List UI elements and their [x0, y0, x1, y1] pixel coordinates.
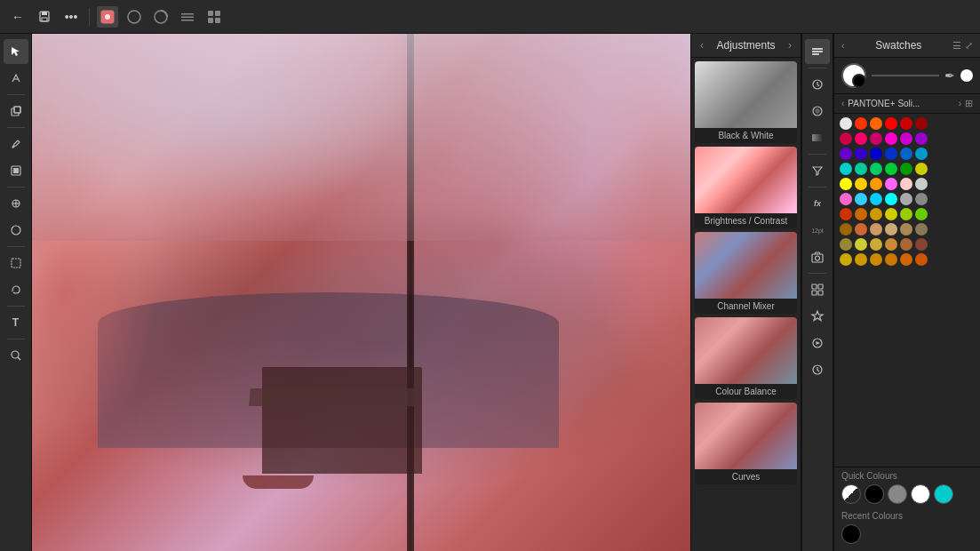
color-swatch[interactable] — [870, 178, 882, 190]
color-swatch[interactable] — [885, 163, 897, 175]
color-swatch[interactable] — [900, 238, 912, 251]
star-tool[interactable] — [805, 304, 830, 329]
dodge-burn-tool[interactable] — [4, 218, 28, 243]
color-swatch[interactable] — [855, 163, 867, 175]
more-button[interactable]: ••• — [60, 6, 82, 28]
recent-colour-swatch[interactable] — [841, 524, 861, 544]
color-swatch[interactable] — [915, 223, 928, 236]
color-swatch[interactable] — [900, 253, 912, 266]
color-swatch[interactable] — [885, 253, 897, 266]
color-swatch[interactable] — [915, 253, 928, 266]
color-swatch[interactable] — [900, 148, 912, 160]
color-swatch[interactable] — [870, 148, 882, 160]
color-swatch[interactable] — [840, 117, 852, 130]
color-swatch[interactable] — [870, 193, 882, 205]
back-button[interactable]: ← — [7, 6, 28, 28]
color-swatch[interactable] — [915, 117, 928, 130]
color-swatch[interactable] — [855, 117, 867, 130]
color-swatch[interactable] — [915, 208, 928, 220]
selection-tool[interactable] — [4, 251, 28, 276]
swatches-expand-icon[interactable]: ⤢ — [965, 40, 973, 52]
canvas-area[interactable] — [32, 34, 690, 551]
color-swatch[interactable] — [840, 253, 852, 266]
color-swatch[interactable] — [840, 193, 852, 205]
gradient-tool[interactable] — [805, 125, 830, 150]
color-swatch[interactable] — [915, 193, 928, 205]
filter-tool[interactable] — [805, 158, 830, 183]
foreground-color[interactable] — [841, 63, 866, 88]
color-swatch[interactable] — [840, 223, 852, 236]
clone-tool[interactable] — [4, 191, 28, 216]
swatches-menu-icon[interactable]: ☰ — [952, 40, 961, 52]
text-tool[interactable]: T — [4, 310, 28, 335]
quick-colour-swatch[interactable] — [888, 484, 907, 504]
color-swatch[interactable] — [885, 238, 897, 251]
color-swatch[interactable] — [840, 148, 852, 160]
color-swatch[interactable] — [885, 178, 897, 190]
color-swatch[interactable] — [900, 208, 912, 220]
zoom-tool[interactable] — [4, 343, 28, 368]
lasso-tool[interactable] — [4, 277, 28, 302]
fx-tool[interactable]: fx — [805, 191, 830, 216]
color-swatch[interactable] — [840, 178, 852, 190]
node-tool[interactable] — [4, 66, 28, 91]
color-swatch[interactable] — [855, 193, 867, 205]
color-swatch[interactable] — [885, 193, 897, 205]
color-swatch[interactable] — [870, 223, 882, 236]
quick-colour-swatch[interactable] — [934, 484, 953, 504]
color-swatch[interactable] — [855, 223, 867, 236]
color-swatch[interactable] — [885, 208, 897, 220]
export-button[interactable] — [203, 6, 225, 28]
color-swatch[interactable] — [885, 223, 897, 236]
color-swatch[interactable] — [915, 163, 928, 175]
small-color-indicator[interactable] — [960, 69, 973, 82]
fill-tool[interactable] — [4, 158, 28, 183]
save-button[interactable] — [34, 6, 55, 28]
colour-tool[interactable] — [805, 99, 830, 124]
adjustment-colour-balance[interactable]: Colour Balance — [695, 317, 797, 399]
color-swatch[interactable] — [870, 163, 882, 175]
persona-develop-button[interactable] — [150, 6, 171, 28]
color-swatch[interactable] — [870, 117, 882, 130]
pantone-next[interactable]: › — [959, 99, 961, 108]
color-swatch[interactable] — [855, 178, 867, 190]
color-swatch[interactable] — [870, 253, 882, 266]
adj-prev-button[interactable]: ‹ — [697, 37, 707, 53]
color-swatch[interactable] — [870, 238, 882, 251]
pantone-prev[interactable]: ‹ — [841, 99, 844, 108]
quick-colour-swatch[interactable] — [864, 484, 884, 504]
pantone-grid-icon[interactable]: ⊞ — [965, 98, 973, 109]
tone-mapping-button[interactable] — [177, 6, 198, 28]
transform-tool[interactable] — [4, 99, 28, 124]
color-swatch[interactable] — [855, 253, 867, 266]
color-swatch[interactable] — [855, 132, 867, 145]
persona-photo-button[interactable] — [97, 6, 118, 28]
layers-tool[interactable] — [805, 39, 830, 64]
adjustment-bw[interactable]: Black & White — [695, 61, 797, 143]
paint-brush-tool[interactable] — [4, 132, 28, 156]
quick-colour-swatch[interactable] — [841, 484, 861, 504]
color-swatch[interactable] — [915, 148, 928, 160]
color-swatch[interactable] — [900, 178, 912, 190]
color-swatch[interactable] — [870, 208, 882, 220]
persona-liquid-button[interactable] — [123, 6, 145, 28]
color-swatch[interactable] — [840, 132, 852, 145]
color-swatch[interactable] — [855, 238, 867, 251]
color-swatch[interactable] — [900, 163, 912, 175]
color-swatch[interactable] — [915, 132, 928, 145]
play-tool[interactable] — [805, 331, 830, 355]
adjustment-channel-mixer[interactable]: Channel Mixer — [695, 232, 797, 314]
color-swatch[interactable] — [915, 238, 928, 251]
camera-tool[interactable] — [805, 244, 830, 269]
color-swatch[interactable] — [870, 132, 882, 145]
pointer-tool[interactable] — [4, 39, 28, 64]
color-swatch[interactable] — [840, 163, 852, 175]
color-swatch[interactable] — [855, 208, 867, 220]
color-swatch[interactable] — [885, 148, 897, 160]
clock-tool[interactable] — [805, 357, 830, 382]
color-swatch[interactable] — [885, 132, 897, 145]
pen-icon[interactable]: ✒ — [944, 68, 955, 83]
color-swatch[interactable] — [915, 178, 928, 190]
adjustment-brightness-contrast[interactable]: Brightness / Contrast — [695, 147, 797, 228]
quick-colour-swatch[interactable] — [911, 484, 930, 504]
